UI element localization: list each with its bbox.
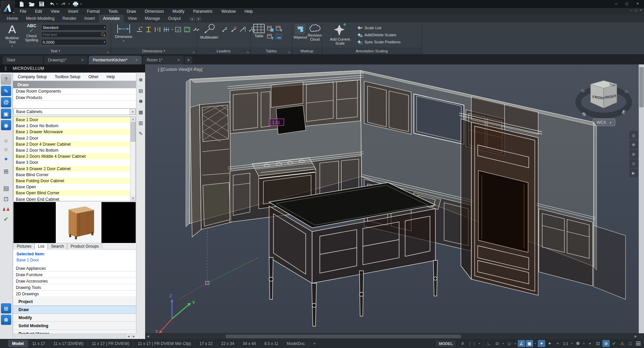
wcs-label[interactable]: WCS: [597, 120, 606, 125]
close-tab-icon[interactable]: ×: [177, 58, 180, 62]
palette-menu-company-setup[interactable]: Company Setup: [18, 74, 47, 79]
redo-icon[interactable]: [60, 1, 68, 7]
text-panel-expander-icon[interactable]: ↘: [106, 50, 109, 54]
annotation-autoscale-icon[interactable]: ✦: [546, 340, 553, 347]
drawing-tools-row[interactable]: Drawing Tools: [13, 285, 136, 291]
doc-close-button[interactable]: ×: [640, 8, 642, 12]
h-scroll-left-icon[interactable]: ◀: [145, 335, 151, 338]
layout-tab[interactable]: 11 x 17: [28, 340, 49, 347]
draw-products-row[interactable]: Draw Products: [13, 95, 136, 101]
gear-icon[interactable]: ☸: [137, 77, 144, 83]
snap-toggle-icon[interactable]: ⋮⋮: [467, 340, 477, 347]
close-tab-icon[interactable]: ×: [135, 58, 138, 62]
layout-tab[interactable]: 17 x 22: [196, 340, 217, 347]
people-icon[interactable]: ♟♟: [1, 204, 11, 214]
add-current-scale-button[interactable]: Add Current Scale ▾: [326, 23, 354, 50]
app-logo[interactable]: ▾: [1, 1, 15, 15]
menu-view[interactable]: View: [46, 8, 64, 14]
draw-accessories-row[interactable]: Draw Accessories: [13, 278, 136, 284]
text-height-select[interactable]: 0.2000 ▾: [41, 39, 107, 45]
annotation-scale-value[interactable]: 1:1: [562, 340, 569, 347]
tab-search[interactable]: Search: [48, 243, 67, 250]
printer-icon[interactable]: ▤: [1, 183, 11, 193]
text-panel-label[interactable]: Text▾ ↘: [0, 47, 111, 54]
add-layout-button[interactable]: +: [309, 341, 320, 346]
menu-insert[interactable]: Insert: [64, 8, 83, 14]
help-icon[interactable]: ?: [1, 74, 11, 85]
open-folder-icon[interactable]: [28, 1, 36, 7]
dim-update-icon[interactable]: [183, 26, 191, 33]
tables-panel-expander-icon[interactable]: ↘: [288, 50, 290, 54]
document-icon[interactable]: ▤: [137, 87, 144, 94]
palette-grip[interactable]: [5, 66, 6, 70]
model-canvas[interactable]: 1.21: [145, 64, 639, 333]
h-scroll-thumb[interactable]: [226, 335, 461, 338]
workspace-gear-icon[interactable]: ☸: [574, 340, 582, 347]
scroll-thumb[interactable]: [131, 122, 135, 142]
search-icon[interactable]: [101, 32, 105, 37]
tab-product-groups[interactable]: Product Groups: [67, 243, 102, 250]
menu-parametric[interactable]: Parametric: [189, 8, 217, 14]
layout-tab[interactable]: 11 x 17 (DVIEW): [49, 340, 88, 347]
ribbon-tab-home[interactable]: Home: [3, 15, 22, 22]
leader-align-icon[interactable]: [239, 26, 246, 33]
dim-text-icon[interactable]: [144, 26, 152, 33]
octagon-tool-icon[interactable]: ○: [1, 144, 11, 154]
leaders-panel-expander-icon[interactable]: ↘: [246, 50, 249, 54]
dropdown-caret-icon[interactable]: ▾: [130, 109, 135, 115]
print-caret-icon[interactable]: ▾: [80, 3, 82, 5]
table-extract-icon[interactable]: [266, 25, 274, 33]
layout-tab[interactable]: 11 x 17 ( FR DVIEW Min Clip): [134, 340, 195, 347]
selected-item-value[interactable]: Base 1 Door: [16, 258, 45, 262]
list-item[interactable]: Base Open End Cabinet: [14, 196, 130, 201]
dim-linear-icon[interactable]: [135, 26, 143, 33]
isolate-objects-icon[interactable]: ⊡: [594, 340, 602, 347]
viewport-controls-label[interactable]: [-][Custom View][X-Ray]: [158, 67, 202, 72]
settings-gear-icon[interactable]: ☸: [1, 315, 11, 325]
performance-warning-icon[interactable]: ⚠: [618, 340, 626, 347]
leaders-panel-label[interactable]: Leaders ↘: [197, 47, 251, 54]
ribbon-tab-view[interactable]: View: [124, 15, 141, 22]
dim-break-icon[interactable]: [154, 26, 161, 33]
graphics-check-icon[interactable]: ✔: [610, 340, 618, 347]
leader-remove-icon[interactable]: [229, 26, 237, 33]
monitor-check-icon[interactable]: ✔: [1, 214, 11, 224]
annotation-scale-icon[interactable]: ✦: [554, 340, 561, 347]
customization-menu-icon[interactable]: [635, 340, 642, 347]
dim-baseline-icon[interactable]: [163, 26, 170, 33]
menu-file[interactable]: File: [15, 8, 31, 14]
close-tab-icon[interactable]: ×: [81, 58, 84, 62]
wipeout-button[interactable]: Wipeout: [293, 24, 308, 39]
ribbon-collapse-caret[interactable]: ▾: [196, 17, 201, 21]
file-tab-start[interactable]: Start: [3, 56, 43, 64]
polar-tracking-icon[interactable]: ⊙: [493, 340, 501, 347]
add-delete-scales-button[interactable]: Add/Delete Scales: [357, 32, 396, 38]
close-button[interactable]: ×: [633, 0, 643, 7]
menu-help[interactable]: Help: [240, 8, 257, 14]
navbar-zoom-icon[interactable]: ⊕: [629, 150, 638, 158]
list-item[interactable]: Base 3 Drawer 2 Door Cabinet: [14, 166, 130, 172]
twod-drawings-row[interactable]: 2D Drawings: [13, 291, 136, 297]
draw-cabinet-icon[interactable]: ▣: [1, 109, 11, 119]
list-item[interactable]: Base 2 Doors Middle 4 Drawer Cabinet: [14, 153, 130, 159]
list-item[interactable]: Base Open: [14, 184, 130, 190]
dim-check-icon[interactable]: [174, 26, 182, 33]
tables-panel-label[interactable]: Tables ↘: [251, 47, 292, 54]
project-folder-icon[interactable]: ⊞: [1, 303, 11, 313]
navbar-wheel-icon[interactable]: ◎: [629, 131, 638, 140]
model-space-button[interactable]: MODEL: [436, 341, 456, 347]
viewport-h-scrollbar[interactable]: ◀ ▶: [145, 333, 639, 339]
dimension-button[interactable]: Dimension ▾: [114, 24, 133, 43]
list-item[interactable]: Base 2 Door: [14, 135, 130, 141]
product-preview-image[interactable]: [56, 202, 101, 243]
text-style-select[interactable]: Standard ▾: [41, 24, 107, 31]
viewport-v-scrollbar[interactable]: [639, 64, 644, 333]
palette-title-bar[interactable]: MICROVELLUM: [0, 64, 145, 72]
new-file-icon[interactable]: [17, 1, 26, 7]
render-camera-icon[interactable]: ◉: [1, 120, 11, 130]
new-tab-button[interactable]: +: [185, 56, 192, 64]
menu-dimension[interactable]: Dimension: [140, 8, 168, 14]
osnap-toggle-icon[interactable]: ∠: [518, 340, 525, 347]
file-tab-pembertonkitchen[interactable]: PembertonKitchen*×: [89, 56, 142, 64]
scale-caret-icon[interactable]: ▾: [570, 342, 573, 345]
